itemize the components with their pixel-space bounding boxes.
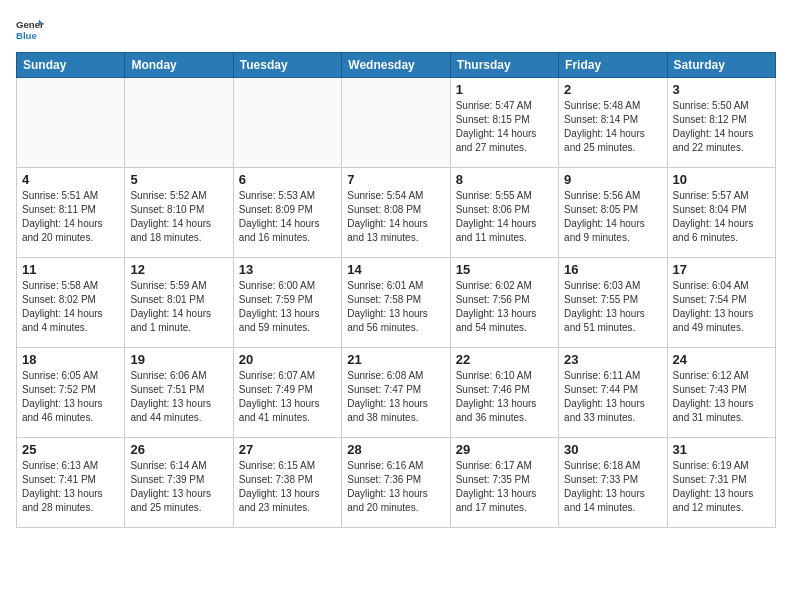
- calendar-day-cell: 13Sunrise: 6:00 AM Sunset: 7:59 PM Dayli…: [233, 258, 341, 348]
- day-number: 16: [564, 262, 661, 277]
- calendar-day-cell: 24Sunrise: 6:12 AM Sunset: 7:43 PM Dayli…: [667, 348, 775, 438]
- calendar-day-cell: [342, 78, 450, 168]
- calendar-week-row: 1Sunrise: 5:47 AM Sunset: 8:15 PM Daylig…: [17, 78, 776, 168]
- day-number: 25: [22, 442, 119, 457]
- day-number: 23: [564, 352, 661, 367]
- calendar-day-cell: [233, 78, 341, 168]
- day-of-week-header: Tuesday: [233, 53, 341, 78]
- calendar-day-cell: [17, 78, 125, 168]
- day-info: Sunrise: 6:16 AM Sunset: 7:36 PM Dayligh…: [347, 459, 444, 515]
- calendar-day-cell: 15Sunrise: 6:02 AM Sunset: 7:56 PM Dayli…: [450, 258, 558, 348]
- calendar-week-row: 18Sunrise: 6:05 AM Sunset: 7:52 PM Dayli…: [17, 348, 776, 438]
- day-info: Sunrise: 5:57 AM Sunset: 8:04 PM Dayligh…: [673, 189, 770, 245]
- calendar-day-cell: 21Sunrise: 6:08 AM Sunset: 7:47 PM Dayli…: [342, 348, 450, 438]
- day-info: Sunrise: 5:58 AM Sunset: 8:02 PM Dayligh…: [22, 279, 119, 335]
- day-info: Sunrise: 6:19 AM Sunset: 7:31 PM Dayligh…: [673, 459, 770, 515]
- day-number: 3: [673, 82, 770, 97]
- day-info: Sunrise: 5:52 AM Sunset: 8:10 PM Dayligh…: [130, 189, 227, 245]
- day-info: Sunrise: 6:14 AM Sunset: 7:39 PM Dayligh…: [130, 459, 227, 515]
- calendar-day-cell: 11Sunrise: 5:58 AM Sunset: 8:02 PM Dayli…: [17, 258, 125, 348]
- day-info: Sunrise: 6:00 AM Sunset: 7:59 PM Dayligh…: [239, 279, 336, 335]
- day-of-week-header: Friday: [559, 53, 667, 78]
- calendar-day-cell: 4Sunrise: 5:51 AM Sunset: 8:11 PM Daylig…: [17, 168, 125, 258]
- day-number: 4: [22, 172, 119, 187]
- calendar-day-cell: 5Sunrise: 5:52 AM Sunset: 8:10 PM Daylig…: [125, 168, 233, 258]
- day-number: 28: [347, 442, 444, 457]
- day-number: 31: [673, 442, 770, 457]
- day-info: Sunrise: 5:51 AM Sunset: 8:11 PM Dayligh…: [22, 189, 119, 245]
- day-info: Sunrise: 6:10 AM Sunset: 7:46 PM Dayligh…: [456, 369, 553, 425]
- day-info: Sunrise: 5:50 AM Sunset: 8:12 PM Dayligh…: [673, 99, 770, 155]
- day-info: Sunrise: 5:59 AM Sunset: 8:01 PM Dayligh…: [130, 279, 227, 335]
- calendar-day-cell: 25Sunrise: 6:13 AM Sunset: 7:41 PM Dayli…: [17, 438, 125, 528]
- calendar-week-row: 4Sunrise: 5:51 AM Sunset: 8:11 PM Daylig…: [17, 168, 776, 258]
- day-number: 1: [456, 82, 553, 97]
- day-info: Sunrise: 5:47 AM Sunset: 8:15 PM Dayligh…: [456, 99, 553, 155]
- calendar-day-cell: 6Sunrise: 5:53 AM Sunset: 8:09 PM Daylig…: [233, 168, 341, 258]
- day-info: Sunrise: 6:18 AM Sunset: 7:33 PM Dayligh…: [564, 459, 661, 515]
- calendar-day-cell: 2Sunrise: 5:48 AM Sunset: 8:14 PM Daylig…: [559, 78, 667, 168]
- day-number: 15: [456, 262, 553, 277]
- calendar-day-cell: 17Sunrise: 6:04 AM Sunset: 7:54 PM Dayli…: [667, 258, 775, 348]
- day-info: Sunrise: 5:53 AM Sunset: 8:09 PM Dayligh…: [239, 189, 336, 245]
- calendar-day-cell: 22Sunrise: 6:10 AM Sunset: 7:46 PM Dayli…: [450, 348, 558, 438]
- day-number: 18: [22, 352, 119, 367]
- day-info: Sunrise: 6:04 AM Sunset: 7:54 PM Dayligh…: [673, 279, 770, 335]
- day-info: Sunrise: 6:11 AM Sunset: 7:44 PM Dayligh…: [564, 369, 661, 425]
- day-number: 30: [564, 442, 661, 457]
- day-number: 14: [347, 262, 444, 277]
- day-number: 17: [673, 262, 770, 277]
- svg-text:Blue: Blue: [16, 30, 37, 41]
- day-of-week-header: Thursday: [450, 53, 558, 78]
- logo-icon: General Blue: [16, 16, 44, 44]
- day-number: 20: [239, 352, 336, 367]
- day-info: Sunrise: 6:07 AM Sunset: 7:49 PM Dayligh…: [239, 369, 336, 425]
- calendar-day-cell: 1Sunrise: 5:47 AM Sunset: 8:15 PM Daylig…: [450, 78, 558, 168]
- calendar-day-cell: 16Sunrise: 6:03 AM Sunset: 7:55 PM Dayli…: [559, 258, 667, 348]
- calendar-day-cell: 27Sunrise: 6:15 AM Sunset: 7:38 PM Dayli…: [233, 438, 341, 528]
- day-number: 26: [130, 442, 227, 457]
- calendar-day-cell: 9Sunrise: 5:56 AM Sunset: 8:05 PM Daylig…: [559, 168, 667, 258]
- day-info: Sunrise: 5:54 AM Sunset: 8:08 PM Dayligh…: [347, 189, 444, 245]
- day-number: 13: [239, 262, 336, 277]
- day-number: 19: [130, 352, 227, 367]
- day-info: Sunrise: 5:56 AM Sunset: 8:05 PM Dayligh…: [564, 189, 661, 245]
- day-info: Sunrise: 6:13 AM Sunset: 7:41 PM Dayligh…: [22, 459, 119, 515]
- day-info: Sunrise: 6:06 AM Sunset: 7:51 PM Dayligh…: [130, 369, 227, 425]
- calendar-day-cell: 8Sunrise: 5:55 AM Sunset: 8:06 PM Daylig…: [450, 168, 558, 258]
- day-info: Sunrise: 6:08 AM Sunset: 7:47 PM Dayligh…: [347, 369, 444, 425]
- calendar-day-cell: 10Sunrise: 5:57 AM Sunset: 8:04 PM Dayli…: [667, 168, 775, 258]
- calendar-day-cell: 14Sunrise: 6:01 AM Sunset: 7:58 PM Dayli…: [342, 258, 450, 348]
- logo: General Blue: [16, 16, 48, 44]
- calendar-header-row: SundayMondayTuesdayWednesdayThursdayFrid…: [17, 53, 776, 78]
- calendar-week-row: 11Sunrise: 5:58 AM Sunset: 8:02 PM Dayli…: [17, 258, 776, 348]
- day-info: Sunrise: 6:03 AM Sunset: 7:55 PM Dayligh…: [564, 279, 661, 335]
- calendar-day-cell: [125, 78, 233, 168]
- calendar-table: SundayMondayTuesdayWednesdayThursdayFrid…: [16, 52, 776, 528]
- day-info: Sunrise: 6:12 AM Sunset: 7:43 PM Dayligh…: [673, 369, 770, 425]
- day-number: 24: [673, 352, 770, 367]
- calendar-day-cell: 30Sunrise: 6:18 AM Sunset: 7:33 PM Dayli…: [559, 438, 667, 528]
- day-number: 12: [130, 262, 227, 277]
- day-number: 21: [347, 352, 444, 367]
- day-number: 5: [130, 172, 227, 187]
- day-number: 10: [673, 172, 770, 187]
- day-info: Sunrise: 6:17 AM Sunset: 7:35 PM Dayligh…: [456, 459, 553, 515]
- day-number: 11: [22, 262, 119, 277]
- day-of-week-header: Wednesday: [342, 53, 450, 78]
- day-info: Sunrise: 6:05 AM Sunset: 7:52 PM Dayligh…: [22, 369, 119, 425]
- day-of-week-header: Saturday: [667, 53, 775, 78]
- calendar-day-cell: 31Sunrise: 6:19 AM Sunset: 7:31 PM Dayli…: [667, 438, 775, 528]
- calendar-day-cell: 7Sunrise: 5:54 AM Sunset: 8:08 PM Daylig…: [342, 168, 450, 258]
- day-number: 9: [564, 172, 661, 187]
- calendar-day-cell: 23Sunrise: 6:11 AM Sunset: 7:44 PM Dayli…: [559, 348, 667, 438]
- day-info: Sunrise: 5:48 AM Sunset: 8:14 PM Dayligh…: [564, 99, 661, 155]
- day-number: 7: [347, 172, 444, 187]
- calendar-day-cell: 29Sunrise: 6:17 AM Sunset: 7:35 PM Dayli…: [450, 438, 558, 528]
- calendar-day-cell: 20Sunrise: 6:07 AM Sunset: 7:49 PM Dayli…: [233, 348, 341, 438]
- header: General Blue: [16, 16, 776, 44]
- day-number: 8: [456, 172, 553, 187]
- calendar-day-cell: 18Sunrise: 6:05 AM Sunset: 7:52 PM Dayli…: [17, 348, 125, 438]
- day-info: Sunrise: 6:01 AM Sunset: 7:58 PM Dayligh…: [347, 279, 444, 335]
- day-number: 27: [239, 442, 336, 457]
